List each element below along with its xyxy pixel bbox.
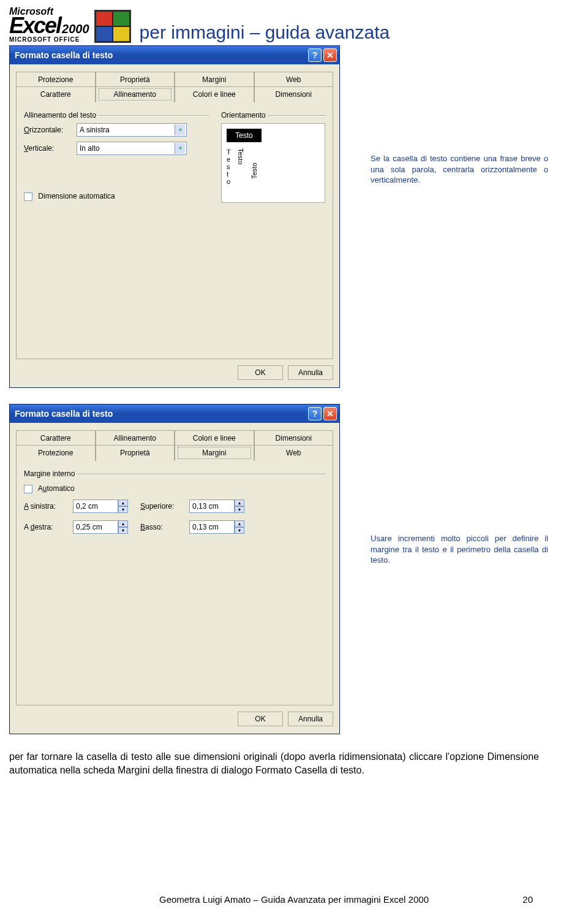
tab-colori-linee[interactable]: Colori e linee — [175, 430, 254, 446]
label-basso: Basso: — [140, 523, 189, 531]
page-title: per immagini – guida avanzata — [140, 22, 390, 43]
select-verticale[interactable]: In alto — [77, 142, 187, 155]
dialog-title: Formato casella di testo — [15, 50, 306, 60]
label-verticale: Verticale: — [24, 144, 72, 153]
footer-page-number: 20 — [522, 894, 533, 905]
tab-web[interactable]: Web — [254, 445, 334, 461]
side-note-1: Se la casella di testo contiene una fras… — [371, 153, 548, 186]
orient-rotated-2[interactable]: Testo — [251, 148, 258, 179]
office-puzzle-icon — [94, 10, 131, 43]
dialog-formato-casella-2: Formato casella di testo ? ✕ Carattere A… — [9, 404, 340, 734]
titlebar[interactable]: Formato casella di testo ? ✕ — [10, 46, 339, 64]
spinner-destra[interactable]: ▲▼ — [73, 520, 140, 534]
orient-rotated-1[interactable]: Testo — [237, 148, 244, 179]
tab-protezione[interactable]: Protezione — [16, 72, 96, 87]
tab-protezione[interactable]: Protezione — [16, 445, 96, 461]
tab-carattere[interactable]: Carattere — [16, 430, 96, 446]
spin-up-icon[interactable]: ▲ — [235, 520, 244, 527]
tab-margini[interactable]: Margini — [175, 72, 254, 87]
tab-row-back: Protezione Proprietà Margini Web — [16, 72, 333, 87]
brand-excel: Excel — [9, 17, 61, 35]
close-button[interactable]: ✕ — [323, 48, 337, 62]
orient-horizontal[interactable]: Testo — [227, 129, 262, 142]
label-superiore: Superiore: — [140, 502, 189, 511]
tab-web[interactable]: Web — [254, 72, 334, 87]
orient-vertical-letters[interactable]: Testo — [227, 148, 231, 185]
label-automatico: Automatico — [38, 484, 75, 493]
close-button[interactable]: ✕ — [323, 407, 337, 420]
tab-dimensioni[interactable]: Dimensioni — [254, 86, 334, 102]
ok-button[interactable]: OK — [238, 365, 283, 380]
group-orient-label: Orientamento — [221, 111, 325, 120]
titlebar[interactable]: Formato casella di testo ? ✕ — [10, 405, 339, 423]
spinner-sinistra[interactable]: ▲▼ — [73, 499, 140, 513]
spin-down-icon[interactable]: ▼ — [118, 527, 128, 534]
spin-down-icon[interactable]: ▼ — [235, 527, 244, 534]
input-basso[interactable] — [189, 520, 235, 534]
spinner-superiore[interactable]: ▲▼ — [189, 499, 257, 513]
tab-row-front: Carattere Allineamento Colori e linee Di… — [16, 86, 333, 102]
tab-proprieta[interactable]: Proprietà — [96, 72, 175, 87]
help-button[interactable]: ? — [308, 48, 322, 62]
cancel-button[interactable]: Annulla — [288, 365, 333, 380]
input-superiore[interactable] — [189, 499, 235, 513]
input-sinistra[interactable] — [73, 499, 118, 513]
checkbox-automatico[interactable] — [24, 485, 32, 493]
spin-up-icon[interactable]: ▲ — [118, 520, 128, 527]
label-orizzontale: Orizzontale: — [24, 126, 72, 134]
tab-dimensioni[interactable]: Dimensioni — [254, 430, 334, 446]
brand-office: MICROSOFT OFFICE — [9, 36, 89, 43]
ok-button[interactable]: OK — [238, 712, 283, 726]
brand-year: 2000 — [62, 22, 89, 36]
tab-row-back: Carattere Allineamento Colori e linee Di… — [16, 430, 333, 446]
label-destra: A destra: — [24, 523, 73, 531]
tab-row-front: Protezione Proprietà Margini Web — [16, 445, 333, 461]
tab-carattere[interactable]: Carattere — [16, 86, 96, 102]
help-button[interactable]: ? — [308, 407, 322, 420]
spin-down-icon[interactable]: ▼ — [118, 506, 128, 513]
select-orizzontale[interactable]: A sinistra — [77, 123, 187, 137]
spin-down-icon[interactable]: ▼ — [235, 506, 244, 513]
dialog-title: Formato casella di testo — [15, 409, 306, 419]
tab-allineamento[interactable]: Allineamento — [96, 86, 175, 102]
spinner-basso[interactable]: ▲▼ — [189, 520, 257, 534]
cancel-button[interactable]: Annulla — [288, 712, 333, 726]
label-sinistra: A sinistra: — [24, 502, 73, 511]
tab-proprieta[interactable]: Proprietà — [96, 445, 175, 461]
page-header: Microsoft Excel 2000 MICROSOFT OFFICE pe… — [9, 6, 539, 43]
tab-margini[interactable]: Margini — [175, 445, 254, 461]
dialog-formato-casella-1: Formato casella di testo ? ✕ Protezione … — [9, 45, 340, 388]
tab-colori-linee[interactable]: Colori e linee — [175, 86, 254, 102]
orientation-preview[interactable]: Testo Testo Testo Testo — [221, 123, 325, 203]
checkbox-dimensione-auto[interactable] — [24, 192, 32, 201]
body-paragraph: per far tornare la casella di testo alle… — [9, 750, 539, 777]
group-align-label: Allineamento del testo — [24, 111, 209, 120]
footer-text: Geometra Luigi Amato – Guida Avanzata pe… — [159, 894, 429, 905]
group-margin-label: Margine interno — [24, 469, 325, 478]
side-note-2: Usare incrementi molto piccoli per defin… — [371, 533, 548, 566]
spin-up-icon[interactable]: ▲ — [235, 499, 244, 506]
page-footer: Geometra Luigi Amato – Guida Avanzata pe… — [0, 894, 588, 905]
label-dimensione-auto: Dimensione automatica — [38, 192, 115, 200]
excel-logo: Microsoft Excel 2000 MICROSOFT OFFICE — [9, 6, 89, 43]
spin-up-icon[interactable]: ▲ — [118, 499, 128, 506]
input-destra[interactable] — [73, 520, 118, 534]
tab-allineamento[interactable]: Allineamento — [96, 430, 175, 446]
